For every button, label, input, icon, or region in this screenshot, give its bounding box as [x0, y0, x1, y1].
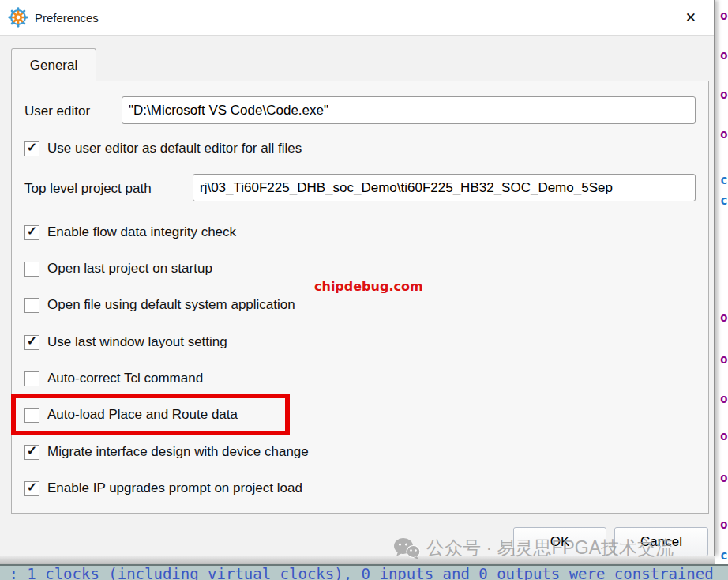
- checkbox-label: Auto-correct Tcl command: [47, 371, 203, 386]
- checkbox-label: Use user editor as default editor for al…: [47, 141, 302, 156]
- checkbox[interactable]: [24, 408, 39, 423]
- console-log-line: : 1 clocks (including virtual clocks), 0…: [0, 564, 728, 580]
- console-text-fragment: o: [720, 87, 728, 102]
- checkmark-icon: ✓: [27, 445, 37, 458]
- checkbox-label: Auto-load Place and Route data: [47, 407, 238, 423]
- checkbox-label: Migrate interface design with device cha…: [47, 444, 309, 460]
- user-editor-input[interactable]: "D:\Microsoft VS Code\Code.exe": [122, 96, 696, 124]
- checkbox-row-autocorrect-tcl[interactable]: Auto-correct Tcl command: [24, 371, 203, 386]
- close-icon[interactable]: ✕: [685, 11, 696, 24]
- checkbox-row-flow-integrity[interactable]: ✓ Enable flow data integrity check: [24, 224, 236, 240]
- dialog-bottom-shadow: [0, 556, 715, 564]
- checkmark-icon: ✓: [27, 481, 37, 494]
- checkmark-icon: ✓: [27, 141, 37, 154]
- checkbox[interactable]: ✓: [24, 481, 39, 496]
- checkbox[interactable]: ✓: [24, 335, 39, 350]
- console-text-fragment: c: [720, 172, 728, 187]
- console-text-fragment: o: [720, 8, 728, 23]
- console-text-fragment: o: [720, 310, 728, 325]
- checkbox-row-autoload-pnr[interactable]: Auto-load Place and Route data: [24, 407, 238, 423]
- checkbox-row-migrate-interface[interactable]: ✓ Migrate interface design with device c…: [24, 444, 309, 460]
- console-text-fragment: o: [720, 517, 728, 532]
- ok-button[interactable]: OK: [513, 527, 606, 556]
- checkmark-icon: ✓: [27, 225, 37, 238]
- checkbox-label: Open last project on startup: [47, 261, 212, 277]
- tab-general[interactable]: General: [11, 48, 96, 81]
- checkbox[interactable]: ✓: [24, 141, 39, 156]
- checkbox-row-ip-upgrades[interactable]: ✓ Enable IP upgrades prompt on project l…: [24, 480, 302, 496]
- checkbox-row-open-file-default-app[interactable]: Open file using default system applicati…: [24, 297, 295, 313]
- cancel-button[interactable]: Cancel: [614, 527, 708, 556]
- checkbox-label: Enable flow data integrity check: [47, 224, 236, 240]
- checkmark-icon: ✓: [27, 335, 37, 348]
- gear-icon: [8, 7, 28, 28]
- checkbox[interactable]: [24, 371, 39, 386]
- checkbox-label: Enable IP upgrades prompt on project loa…: [47, 480, 302, 496]
- checkbox-label: Use last window layout setting: [47, 334, 227, 350]
- checkbox[interactable]: [24, 262, 39, 277]
- user-editor-label: User editor: [24, 104, 90, 119]
- console-text-fragment: o: [720, 126, 728, 141]
- project-path-label: Top level project path: [24, 181, 152, 197]
- console-text-fragment: o: [720, 470, 728, 485]
- console-text-fragment: o: [720, 428, 728, 443]
- console-text-fragment: c: [720, 548, 728, 563]
- checkbox[interactable]: ✓: [24, 445, 39, 460]
- dialog-titlebar: Preferences ✕: [0, 0, 714, 36]
- checkbox[interactable]: [24, 298, 39, 313]
- console-text-fragment: o: [720, 391, 728, 406]
- console-text-fragment: c: [720, 193, 728, 208]
- console-text-fragment: o: [720, 47, 728, 62]
- checkbox-row-open-last-project[interactable]: Open last project on startup: [24, 261, 212, 277]
- checkbox-label: Open file using default system applicati…: [47, 297, 295, 313]
- checkbox-row-use-user-editor[interactable]: ✓ Use user editor as default editor for …: [24, 141, 302, 156]
- preferences-dialog: Preferences ✕ General User editor "D:\Mi…: [0, 0, 715, 556]
- console-text-fragment: o: [720, 352, 728, 367]
- checkbox[interactable]: ✓: [24, 225, 39, 240]
- checkbox-row-window-layout[interactable]: ✓ Use last window layout setting: [24, 334, 227, 350]
- dialog-title: Preferences: [35, 11, 99, 24]
- project-path-input[interactable]: rj\03_Ti60F225_DHB_soc_Demo\ti60F225_HB3…: [193, 174, 696, 201]
- general-settings-panel: User editor "D:\Microsoft VS Code\Code.e…: [11, 81, 709, 514]
